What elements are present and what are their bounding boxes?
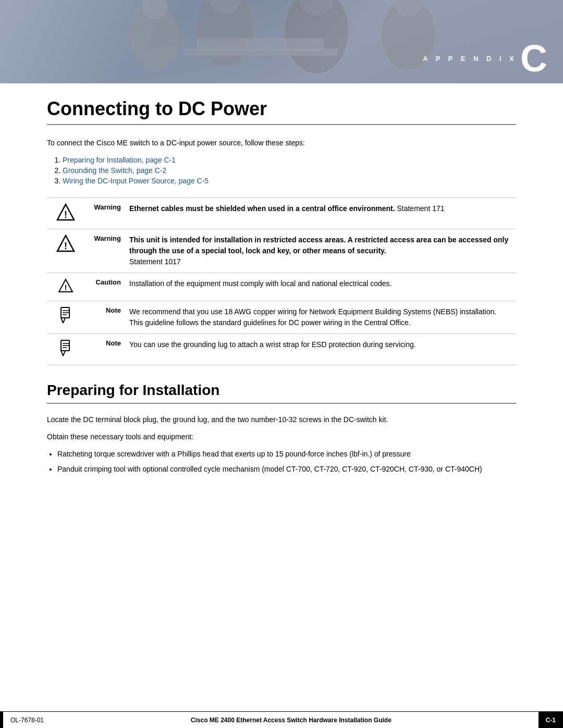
- appendix-text: A P P E N D I X: [423, 55, 517, 63]
- list-item: Wiring the DC-Input Power Source, page C…: [63, 177, 516, 185]
- caution-icon: !: [58, 278, 74, 294]
- caution-label: Caution: [89, 273, 125, 301]
- list-item: Panduit crimping tool with optional cont…: [57, 464, 516, 475]
- main-content: Connecting to DC Power To connect the Ci…: [0, 98, 563, 502]
- caution-text: Installation of the equipment must compl…: [125, 273, 516, 301]
- warning-icon-cell-2: !: [47, 229, 89, 273]
- footer-left: OL-7678-01: [0, 712, 44, 729]
- notice-row-caution: ! Caution Installation of the equipment …: [47, 273, 516, 301]
- list-item: Grounding the Switch, page C-2: [63, 166, 516, 175]
- list-item: Preparing for Installation, page C-1: [63, 156, 516, 164]
- warning-icon-cell-1: !: [47, 198, 89, 229]
- section-para-1: Locate the DC terminal block plug, the g…: [47, 414, 516, 425]
- warning-label-2: Warning: [89, 229, 125, 273]
- notice-row-note2: Note You can use the grounding lug to at…: [47, 334, 516, 365]
- note-icon-cell-1: [47, 301, 89, 334]
- notice-row-warning2: ! Warning This unit is intended for inst…: [47, 229, 516, 273]
- header-banner: A P P E N D I X C: [0, 0, 563, 83]
- svg-rect-9: [197, 38, 324, 51]
- title-divider: [47, 124, 516, 125]
- step-2-link[interactable]: Grounding the Switch, page C-2: [63, 166, 166, 175]
- footer-doc-number: OL-7678-01: [8, 717, 44, 724]
- note-label-2: Note: [89, 334, 125, 365]
- footer-right: C-1: [538, 712, 563, 729]
- svg-text:!: !: [64, 241, 67, 251]
- svg-line-24: [63, 351, 65, 356]
- page-footer: OL-7678-01 Cisco ME 2400 Ethernet Access…: [0, 711, 563, 728]
- footer-bar-decoration: [0, 712, 3, 729]
- svg-line-18: [63, 318, 65, 323]
- section-para-2: Obtain these necessary tools and equipme…: [47, 431, 516, 442]
- intro-paragraph: To connect the Cisco ME switch to a DC-i…: [47, 138, 516, 149]
- svg-text:!: !: [65, 283, 67, 292]
- step-1-link[interactable]: Preparing for Installation, page C-1: [63, 156, 176, 164]
- appendix-letter: C: [520, 40, 547, 77]
- note-label-1: Note: [89, 301, 125, 334]
- step-3-link[interactable]: Wiring the DC-Input Power Source, page C…: [63, 177, 209, 185]
- note-icon-cell-2: [47, 334, 89, 365]
- notices-table: ! Warning Ethernet cables must be shield…: [47, 198, 516, 365]
- svg-text:!: !: [64, 209, 67, 220]
- steps-list: Preparing for Installation, page C-1 Gro…: [63, 156, 516, 185]
- appendix-label: A P P E N D I X C: [423, 40, 547, 77]
- notice-row-note1: Note We recommend that you use 18 AWG co…: [47, 301, 516, 334]
- note-text-1: We recommend that you use 18 AWG copper …: [125, 301, 516, 334]
- caution-icon-cell: !: [47, 273, 89, 301]
- section-divider: [47, 403, 516, 404]
- warning-icon-1: !: [56, 203, 75, 222]
- note-icon-2: [58, 339, 74, 358]
- warning-icon-2: !: [56, 235, 75, 253]
- notice-row-warning1: ! Warning Ethernet cables must be shield…: [47, 198, 516, 229]
- note-icon-1: [58, 306, 74, 325]
- svg-line-23: [61, 351, 63, 356]
- note-text-2: You can use the grounding lug to attach …: [125, 334, 516, 365]
- list-item: Ratcheting torque screwdriver with a Phi…: [57, 449, 516, 460]
- footer-page-number: C-1: [538, 712, 563, 729]
- page-title: Connecting to DC Power: [47, 98, 516, 120]
- warning-label-1: Warning: [89, 198, 125, 229]
- footer-center-text: Cisco ME 2400 Ethernet Access Switch Har…: [44, 717, 538, 724]
- svg-line-17: [61, 318, 63, 323]
- warning-text-2: This unit is intended for installation i…: [125, 229, 516, 273]
- warning-text-1: Ethernet cables must be shielded when us…: [125, 198, 516, 229]
- bullet-list: Ratcheting torque screwdriver with a Phi…: [57, 449, 516, 475]
- section-title: Preparing for Installation: [47, 382, 516, 399]
